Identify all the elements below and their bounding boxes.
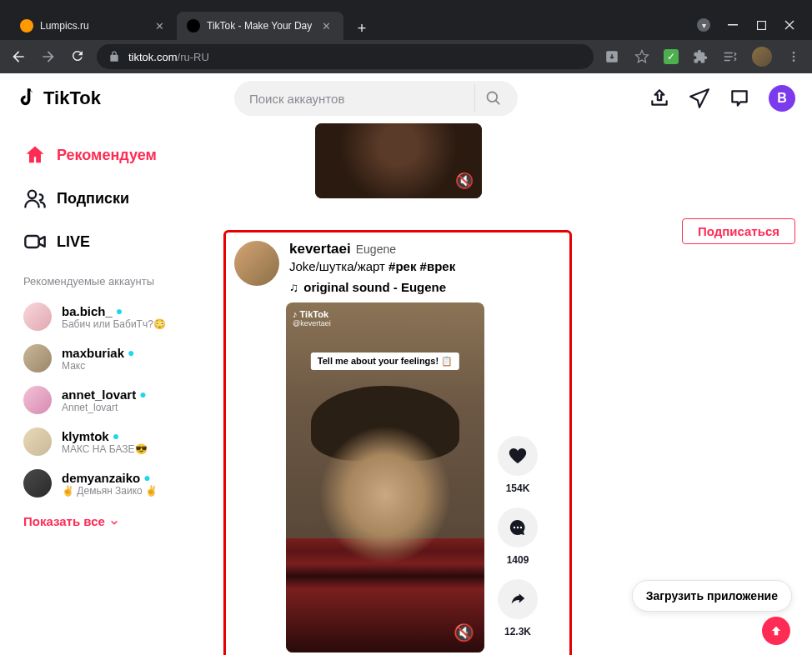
post-avatar[interactable]: [234, 241, 279, 286]
comment-button[interactable]: [498, 508, 538, 548]
extensions-icon[interactable]: [692, 48, 709, 65]
prev-video-thumb[interactable]: 🔇 34: [315, 123, 482, 198]
verified-icon: ●: [116, 304, 123, 318]
like-count: 154K: [498, 482, 538, 494]
mute-icon[interactable]: 🔇: [455, 172, 474, 190]
account-name: klymtok: [62, 429, 109, 443]
svg-point-8: [514, 527, 515, 528]
topbar: TikTok В: [0, 73, 812, 123]
addr-actions: ✓: [604, 47, 802, 67]
account-info: demyanzaiko● ✌️ Демьян Заико ✌️: [62, 471, 193, 497]
logo-text: TikTok: [43, 88, 101, 109]
follow-button[interactable]: Подписаться: [682, 218, 795, 244]
download-app-chip[interactable]: Загрузить приложение: [632, 580, 792, 612]
avatar: [23, 428, 52, 456]
new-tab-button[interactable]: +: [350, 17, 373, 40]
nav-label: Подписки: [57, 190, 129, 208]
topbar-right: В: [649, 85, 795, 112]
account-bio: ✌️ Демьян Заико ✌️: [62, 485, 193, 497]
reading-list-icon[interactable]: [722, 48, 739, 65]
video-watermark: ♪ TikTok@kevertaei: [293, 309, 331, 328]
search-button[interactable]: [474, 84, 513, 112]
app: TikTok В Рекомендуем Подписки LIVE: [0, 73, 812, 655]
show-all-link[interactable]: Показать все: [17, 504, 200, 538]
account-bio: Бабич или БабиТч?😳: [62, 318, 193, 330]
account-item[interactable]: maxburiak● Макс: [17, 338, 200, 379]
close-icon[interactable]: ✕: [322, 20, 333, 32]
tiktok-logo-icon: [17, 87, 40, 110]
inbox-icon[interactable]: [729, 88, 750, 109]
verified-icon: ●: [139, 388, 146, 401]
video-actions: 154K 1409 12.3K: [498, 302, 538, 652]
comment-count: 1409: [498, 554, 538, 566]
video-row: ♪ TikTok@kevertaei Tell me about your fe…: [286, 302, 561, 652]
forward-icon[interactable]: [40, 48, 57, 65]
account-bio: МАКС НА БАЗЕ😎: [62, 443, 193, 455]
music-note-icon: ♫: [289, 280, 298, 294]
favicon-lumpics: [20, 19, 33, 32]
avatar: [23, 302, 52, 331]
account-item[interactable]: annet_lovart● Annet_lovart: [17, 379, 200, 421]
account-info: ba.bich_● Бабич или БабиТч?😳: [62, 304, 193, 330]
avatar: [23, 344, 52, 372]
like-button[interactable]: [498, 436, 538, 476]
share-button[interactable]: [498, 579, 538, 619]
url-field[interactable]: tiktok.com/ru-RU: [97, 44, 594, 69]
star-icon[interactable]: [634, 48, 650, 65]
account-info: klymtok● МАКС НА БАЗЕ😎: [62, 429, 193, 455]
verified-icon: ●: [128, 346, 134, 359]
account-name: maxburiak: [62, 346, 124, 360]
account-bio: Макс: [62, 360, 193, 372]
kebab-icon[interactable]: [785, 48, 802, 65]
account-name: demyanzaiko: [62, 471, 140, 485]
maximize-icon[interactable]: [755, 19, 767, 31]
post-sound[interactable]: ♫original sound - Eugene: [289, 280, 561, 294]
svg-rect-7: [25, 236, 38, 248]
avatar-letter: В: [777, 91, 787, 106]
account-item[interactable]: ba.bich_● Бабич или БабиТч?😳: [17, 296, 200, 338]
tab-lumpics[interactable]: Lumpics.ru ✕: [10, 12, 177, 40]
reload-icon[interactable]: [70, 48, 87, 65]
minimize-icon[interactable]: [727, 19, 739, 31]
svg-point-4: [793, 59, 795, 62]
upload-icon[interactable]: [649, 88, 670, 109]
nav-following[interactable]: Подписки: [17, 177, 200, 220]
url-domain: tiktok.com: [128, 51, 178, 63]
post-highlight-box: kevertaei Eugene Joke/шутка/жарт #рек #в…: [223, 230, 572, 655]
avatar: [23, 469, 52, 498]
account-item[interactable]: klymtok● МАКС НА БАЗЕ😎: [17, 421, 200, 462]
browser-tab-strip: Lumpics.ru ✕ TikTok - Make Your Day ✕ + …: [0, 0, 812, 40]
people-icon: [23, 187, 47, 210]
post-caption: Joke/шутка/жарт #рек #врек: [289, 259, 561, 273]
user-avatar[interactable]: В: [769, 85, 795, 112]
chrome-profile-avatar[interactable]: [752, 47, 772, 67]
post-user-line[interactable]: kevertaei Eugene: [289, 241, 561, 258]
nav-label: LIVE: [57, 233, 90, 251]
nav-live[interactable]: LIVE: [17, 220, 200, 263]
svg-point-2: [793, 52, 795, 54]
install-icon[interactable]: [604, 48, 620, 65]
back-icon[interactable]: [10, 48, 27, 65]
tabs: Lumpics.ru ✕ TikTok - Make Your Day ✕ +: [0, 10, 373, 40]
search-input[interactable]: [249, 92, 474, 106]
tiktok-logo[interactable]: TikTok: [17, 87, 101, 110]
nav-arrows: [10, 48, 87, 65]
account-name: ba.bich_: [62, 304, 113, 318]
account-item[interactable]: demyanzaiko● ✌️ Демьян Заико ✌️: [17, 462, 200, 504]
video-player[interactable]: ♪ TikTok@kevertaei Tell me about your fe…: [286, 302, 484, 652]
account-info: annet_lovart● Annet_lovart: [62, 388, 193, 413]
nav-for-you[interactable]: Рекомендуем: [17, 133, 200, 177]
mute-icon[interactable]: 🔇: [454, 622, 474, 642]
messages-icon[interactable]: [689, 88, 710, 109]
tab-title: TikTok - Make Your Day: [207, 20, 312, 32]
post-hashtags[interactable]: #рек #врек: [388, 259, 455, 273]
tab-tiktok[interactable]: TikTok - Make Your Day ✕: [177, 12, 343, 40]
post-header: kevertaei Eugene Joke/шутка/жарт #рек #в…: [234, 241, 561, 294]
scroll-top-button[interactable]: [762, 617, 790, 645]
adblock-icon[interactable]: ✓: [664, 49, 679, 64]
post-meta: kevertaei Eugene Joke/шутка/жарт #рек #в…: [289, 241, 561, 294]
feed: 🔇 34 kevertaei Eugene Joke/шутка/жарт #р…: [207, 123, 812, 655]
chrome-account-icon[interactable]: ▾: [697, 18, 710, 32]
close-icon[interactable]: ✕: [155, 20, 167, 32]
close-window-icon[interactable]: [784, 19, 795, 31]
